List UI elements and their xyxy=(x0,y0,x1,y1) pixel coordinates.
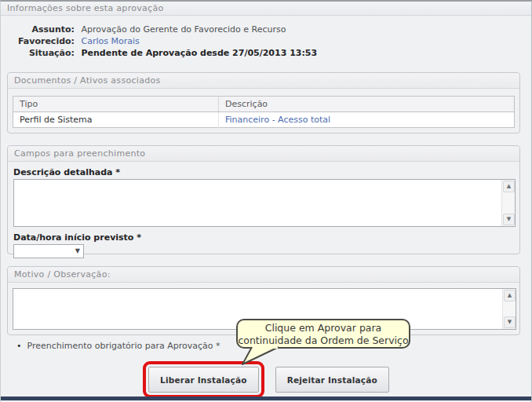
description-textarea[interactable]: ▲ ▼ xyxy=(13,179,516,227)
required-note-text: Preenchimento obrigatório para Aprovação… xyxy=(27,341,220,351)
info-row-situacao: Situação: Pendente de Aprovação desde 27… xyxy=(12,47,317,59)
cell-tipo: Perfil de Sistema xyxy=(13,112,219,128)
info-row-assunto: Assunto: Aprovação do Gerente do Favorec… xyxy=(12,24,317,35)
documents-table: Tipo Descrição Perfil de Sistema Finance… xyxy=(13,96,515,128)
highlight-ring-annotation: Liberar Instalação xyxy=(143,361,264,398)
description-label: Descrição detalhada * xyxy=(13,167,120,177)
cell-descricao: Financeiro - Acesso total xyxy=(218,112,514,128)
approval-info: Assunto: Aprovação do Gerente do Favorec… xyxy=(12,24,317,59)
fill-panel-title: Campos para preenchimento xyxy=(8,146,519,162)
datetime-label: Data/hora início previsto * xyxy=(13,232,141,243)
table-header-row: Tipo Descrição xyxy=(13,97,515,112)
datetime-select[interactable]: ▼ xyxy=(13,244,84,258)
dropdown-arrow-icon[interactable]: ▼ xyxy=(75,247,80,254)
action-buttons: Liberar Instalação Rejeitar Instalação xyxy=(1,361,531,398)
favorecido-link[interactable]: Carlos Morais xyxy=(82,36,140,46)
required-note: •Preenchimento obrigatório para Aprovaçã… xyxy=(16,341,220,351)
assunto-value: Aprovação do Gerente do Favorecido e Rec… xyxy=(82,24,286,35)
favorecido-label: Favorecido: xyxy=(12,35,75,47)
liberar-instalacao-button[interactable]: Liberar Instalação xyxy=(148,367,259,393)
rejeitar-instalacao-button[interactable]: Rejeitar Instalação xyxy=(275,367,389,393)
textarea-scrollbar[interactable]: ▲ ▼ xyxy=(501,180,515,226)
documents-panel: Documentos / Ativos associados Tipo Desc… xyxy=(7,72,520,133)
annotation-callout: Clique em Aprovar para continuidade da O… xyxy=(236,319,410,349)
assunto-label: Assunto: xyxy=(12,24,75,35)
column-header-descricao: Descrição xyxy=(218,97,514,112)
textarea-scrollbar[interactable]: ▲ ▼ xyxy=(502,289,516,329)
scroll-down-icon[interactable]: ▼ xyxy=(503,214,515,225)
info-row-favorecido: Favorecido: Carlos Morais xyxy=(12,35,317,47)
bullet: • xyxy=(16,341,22,351)
callout-tail xyxy=(239,345,286,366)
scroll-down-icon[interactable]: ▼ xyxy=(504,316,516,328)
descricao-link[interactable]: Financeiro - Acesso total xyxy=(225,115,330,125)
approval-form-page: Informações sobre esta aprovação Assunto… xyxy=(0,0,532,402)
reason-panel-title: Motivo / Observação: xyxy=(8,267,519,283)
table-row: Perfil de Sistema Financeiro - Acesso to… xyxy=(13,112,515,128)
documents-panel-title: Documentos / Ativos associados xyxy=(8,73,519,89)
situacao-value: Pendente de Aprovação desde 27/05/2013 1… xyxy=(82,48,318,58)
scroll-up-icon[interactable]: ▲ xyxy=(503,181,515,192)
page-title: Informações sobre esta aprovação xyxy=(1,2,531,16)
column-header-tipo: Tipo xyxy=(13,97,219,112)
fill-panel: Campos para preenchimento Descrição deta… xyxy=(7,145,520,254)
situacao-label: Situação: xyxy=(12,47,75,59)
scroll-up-icon[interactable]: ▲ xyxy=(504,290,516,302)
bottom-bar xyxy=(1,397,531,400)
callout-line1: Clique em Aprovar para xyxy=(238,322,409,334)
